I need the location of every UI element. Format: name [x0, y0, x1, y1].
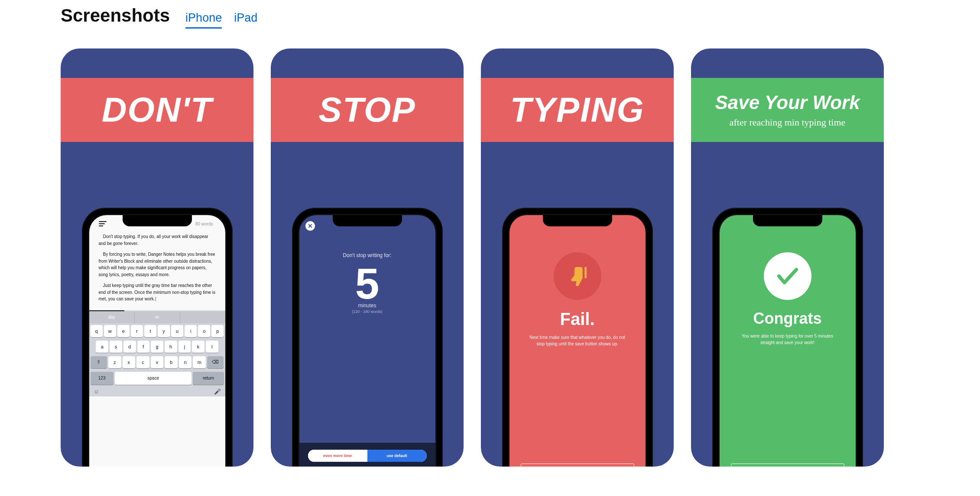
phone-screen-editor: 80 words Don't stop typing. If you do, a…: [89, 215, 225, 467]
shift-key[interactable]: ⇧: [91, 356, 107, 368]
key[interactable]: w: [104, 325, 116, 337]
key[interactable]: n: [179, 356, 192, 368]
try-again-button[interactable]: try again: [521, 464, 634, 467]
keyboard-suggestion[interactable]: [180, 311, 225, 323]
key[interactable]: z: [108, 356, 121, 368]
return-key[interactable]: return: [193, 372, 224, 385]
timer-controls-panel: even more time use default: [299, 443, 435, 467]
section-title: Screenshots: [61, 5, 170, 26]
keyboard-footer: ☺ 🎤: [89, 387, 225, 396]
banner-word: TYPING: [510, 90, 645, 130]
tab-ipad[interactable]: iPad: [234, 11, 257, 29]
delete-key[interactable]: ⌫: [207, 356, 224, 368]
close-icon[interactable]: ✕: [305, 221, 315, 231]
keep-typing-button[interactable]: keep typing: [731, 464, 844, 467]
screenshots-section: Screenshots iPhone iPad DON'T 80 words D…: [0, 0, 980, 496]
key[interactable]: p: [211, 325, 224, 337]
keyboard-suggestion[interactable]: or: [135, 311, 180, 323]
key[interactable]: q: [91, 325, 103, 337]
timer-value: 5: [299, 262, 435, 305]
timer-prompt: Don't stop writing for:: [299, 252, 435, 258]
timer-word-range: (120 - 180 words): [299, 309, 435, 314]
key[interactable]: h: [165, 341, 177, 353]
key[interactable]: m: [193, 356, 206, 368]
screenshot-card[interactable]: TYPING Fail. Next time make sure that wh…: [481, 48, 674, 467]
time-mode-toggle[interactable]: even more time use default: [308, 450, 427, 462]
thumbs-down-icon: [554, 252, 601, 300]
screenshot-card[interactable]: STOP ✕ Don't stop writing for: 5 minutes…: [271, 48, 464, 467]
keyboard-row: 123 space return: [89, 370, 225, 387]
ios-keyboard[interactable]: day or q w e r t y u i: [89, 311, 225, 396]
key[interactable]: b: [165, 356, 178, 368]
success-title: Congrats: [720, 309, 856, 328]
editor-paragraph: By forcing you to write, Danger Notes he…: [99, 251, 216, 278]
key[interactable]: f: [137, 341, 150, 353]
phone-screen-fail: Fail. Next time make sure that whatever …: [509, 215, 646, 467]
key[interactable]: o: [198, 325, 210, 337]
phone-notch: [753, 215, 822, 226]
fail-body: Next time make sure that whatever you do…: [509, 334, 646, 347]
keyboard-row: a s d f g h j k l: [89, 339, 225, 354]
emoji-icon[interactable]: ☺: [94, 388, 99, 395]
key[interactable]: l: [206, 341, 218, 353]
promo-banner: Save Your Work after reaching min typing…: [691, 78, 884, 142]
banner-word: DON'T: [102, 90, 213, 130]
screenshots-row[interactable]: DON'T 80 words Don't stop typing. If you…: [61, 48, 919, 467]
key[interactable]: s: [110, 341, 122, 353]
menu-icon[interactable]: [99, 221, 107, 226]
phone-notch: [333, 215, 402, 226]
success-body: You were able to keep typing for over 5 …: [720, 333, 856, 346]
key[interactable]: e: [117, 325, 130, 337]
phone-notch: [543, 215, 612, 226]
key[interactable]: t: [144, 325, 156, 337]
tab-iphone[interactable]: iPhone: [185, 11, 222, 29]
editor-paragraph: Don't stop typing. If you do, all your w…: [99, 233, 216, 247]
checkmark-icon: [764, 252, 811, 300]
phone-frame: 80 words Don't stop typing. If you do, a…: [82, 208, 233, 467]
phone-frame: Congrats You were able to keep typing fo…: [712, 208, 863, 467]
promo-banner: STOP: [271, 78, 464, 142]
key[interactable]: i: [185, 325, 197, 337]
text-caret: [156, 297, 156, 301]
key[interactable]: j: [178, 341, 191, 353]
phone-frame: ✕ Don't stop writing for: 5 minutes (120…: [292, 208, 443, 467]
banner-title: Save Your Work: [715, 92, 860, 113]
word-count-label: 80 words: [195, 222, 213, 226]
editor-paragraph: Just keep typing until the gray time bar…: [99, 282, 216, 303]
device-tabs: iPhone iPad: [185, 11, 257, 30]
key[interactable]: c: [136, 356, 149, 368]
phone-screen-timer: ✕ Don't stop writing for: 5 minutes (120…: [299, 215, 435, 467]
fail-title: Fail.: [509, 309, 646, 329]
toggle-option-more-time[interactable]: even more time: [308, 450, 367, 462]
keyboard-suggestion[interactable]: day: [89, 311, 135, 323]
phone-screen-success: Congrats You were able to keep typing fo…: [720, 215, 856, 467]
section-header: Screenshots iPhone iPad: [61, 5, 919, 30]
key[interactable]: d: [123, 341, 136, 353]
editor-body[interactable]: Don't stop typing. If you do, all your w…: [89, 228, 225, 310]
key[interactable]: r: [131, 325, 143, 337]
key[interactable]: y: [158, 325, 170, 337]
keyboard-row: ⇧ z x c v b n m ⌫: [89, 354, 225, 370]
banner-subtitle: after reaching min typing time: [730, 117, 846, 128]
numbers-key[interactable]: 123: [91, 372, 114, 385]
key[interactable]: x: [123, 356, 136, 368]
phone-notch: [123, 215, 192, 226]
key[interactable]: u: [171, 325, 183, 337]
keyboard-row: q w e r t y u i o p: [89, 323, 225, 339]
mic-icon[interactable]: 🎤: [214, 388, 221, 395]
key[interactable]: v: [151, 356, 164, 368]
space-key[interactable]: space: [115, 372, 192, 385]
key[interactable]: g: [151, 341, 163, 353]
banner-word: STOP: [318, 90, 415, 130]
screenshot-card[interactable]: Save Your Work after reaching min typing…: [691, 48, 884, 467]
keyboard-suggestions-row: day or: [89, 311, 225, 323]
key[interactable]: k: [192, 341, 204, 353]
promo-banner: DON'T: [61, 78, 253, 142]
screenshot-card[interactable]: DON'T 80 words Don't stop typing. If you…: [61, 48, 253, 467]
promo-banner: TYPING: [481, 78, 674, 142]
toggle-option-use-default[interactable]: use default: [367, 450, 427, 462]
key[interactable]: a: [96, 341, 108, 353]
timer-unit: minutes: [299, 303, 435, 309]
phone-frame: Fail. Next time make sure that whatever …: [502, 208, 653, 467]
